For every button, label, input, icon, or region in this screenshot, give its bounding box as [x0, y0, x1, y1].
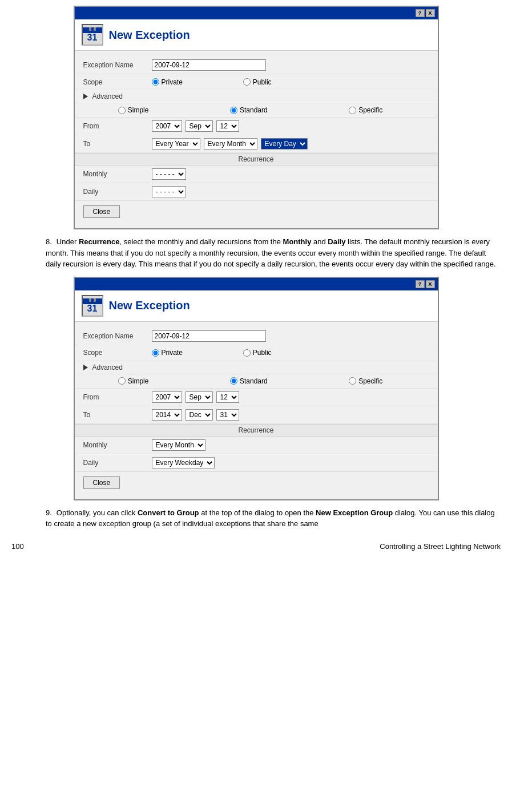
- dialog1-monthly-label: Monthly: [83, 170, 152, 178]
- dialog2-to-year-select[interactable]: 2014: [152, 409, 182, 421]
- dialog1-wrapper: ? X 31 New Exception Exc: [11, 6, 501, 229]
- dialog2-standard-label[interactable]: Standard: [230, 377, 268, 385]
- dialog1-monthly-select[interactable]: - - - - -: [152, 168, 186, 180]
- dialog2-scope-private-radio[interactable]: [152, 349, 159, 357]
- dialog1-advanced-row[interactable]: Advanced: [75, 90, 438, 103]
- dialog1-scope-public-radio[interactable]: [243, 78, 251, 86]
- dialog2-daily-label: Daily: [83, 459, 152, 467]
- dialog2-advanced-label: Advanced: [92, 363, 123, 371]
- instruction8-number: 8.: [46, 237, 52, 246]
- instruction8-recurrence-bold: Recurrence: [79, 237, 120, 246]
- dialog1-from-label: From: [83, 122, 152, 130]
- dialog1-body: Exception Name Scope Private: [75, 51, 438, 228]
- page-number: 100: [11, 542, 24, 551]
- dialog2-footer: Close: [75, 472, 438, 494]
- dialog2-cal-num: 31: [87, 304, 98, 313]
- dialog1-monthly-row: Monthly - - - - -: [75, 165, 438, 183]
- dialog1-scope-public-text: Public: [253, 78, 272, 86]
- dialog2-cal-ring2: [94, 298, 96, 302]
- dialog1-from-day-select[interactable]: 12: [216, 120, 239, 132]
- dialog1-to-day-select[interactable]: Every Day: [261, 138, 308, 150]
- dialog1-scope-private-radio[interactable]: [152, 78, 159, 86]
- dialog1-standard-label[interactable]: Standard: [230, 106, 268, 114]
- dialog2-daily-select[interactable]: Every Weekday: [152, 457, 215, 468]
- dialog1-simple-label[interactable]: Simple: [118, 106, 149, 114]
- dialog2-to-day-select[interactable]: 31: [216, 409, 239, 421]
- dialog1-specific-label[interactable]: Specific: [349, 106, 382, 114]
- dialog2-titlebar-buttons: ? X: [416, 280, 435, 288]
- dialog2-to-label: To: [83, 411, 152, 419]
- dialog1-to-month-select[interactable]: Every Month: [204, 138, 257, 150]
- dialog2-advanced-triangle-icon: [83, 365, 88, 370]
- dialog1-close-btn[interactable]: Close: [83, 205, 120, 218]
- dialog2-standard-radio[interactable]: [230, 377, 237, 385]
- dialog1-specific-radio[interactable]: [349, 107, 356, 114]
- instruction8-daily-bold: Daily: [328, 237, 345, 246]
- dialog1-scope-value: Private Public: [152, 78, 429, 86]
- dialog2-scope-private-label[interactable]: Private: [152, 349, 183, 357]
- dialog1-exception-name-label: Exception Name: [83, 61, 152, 69]
- dialog2-advanced-row[interactable]: Advanced: [75, 361, 438, 374]
- dialog1-scope-label: Scope: [83, 78, 152, 86]
- dialog2-from-day-select[interactable]: 12: [216, 391, 239, 403]
- dialog2-monthly-value: Every Month: [152, 439, 429, 451]
- dialog2-titlebar: ? X: [75, 278, 438, 290]
- dialog2-monthly-label: Monthly: [83, 441, 152, 449]
- dialog2-to-row: To 2014 Dec 31: [75, 406, 438, 424]
- dialog2-from-year-select[interactable]: 2007: [152, 391, 182, 403]
- dialog1-scope-public-label[interactable]: Public: [243, 78, 272, 86]
- dialog2-close-btn[interactable]: Close: [83, 476, 120, 489]
- dialog1-from-year-select[interactable]: 2007: [152, 120, 182, 132]
- dialog2-standard-text: Standard: [240, 377, 268, 385]
- dialog2-header: 31 New Exception: [75, 290, 438, 322]
- dialog2-to-value: 2014 Dec 31: [152, 409, 429, 421]
- dialog1-help-button[interactable]: ?: [416, 9, 425, 17]
- dialog2-exception-name-value: [152, 330, 429, 342]
- instruction9-section: 9.Optionally, you can click Convert to G…: [11, 500, 501, 536]
- dialog2-daily-row: Daily Every Weekday: [75, 454, 438, 472]
- dialog1-cal-num: 31: [87, 33, 98, 42]
- dialog2-specific-radio[interactable]: [349, 377, 356, 385]
- dialog2-exception-name-label: Exception Name: [83, 332, 152, 340]
- dialog2-exception-name-input[interactable]: [152, 330, 266, 342]
- dialog1-scope-row: Scope Private Public: [75, 74, 438, 90]
- dialog1-daily-select[interactable]: - - - - -: [152, 186, 186, 197]
- dialog1-titlebar: ? X: [75, 7, 438, 19]
- dialog2: ? X 31 New Exception Exc: [74, 277, 439, 500]
- dialog2-recurrence-header: Recurrence: [75, 424, 438, 437]
- dialog1-close-button[interactable]: X: [426, 9, 435, 17]
- dialog2-from-label: From: [83, 393, 152, 401]
- dialog2-to-month-select[interactable]: Dec: [186, 409, 213, 421]
- dialog2-simple-radio[interactable]: [118, 377, 126, 385]
- dialog1-simple-text: Simple: [128, 106, 149, 114]
- dialog2-simple-text: Simple: [128, 377, 149, 385]
- dialog1-footer: Close: [75, 201, 438, 223]
- dialog2-simple-label[interactable]: Simple: [118, 377, 149, 385]
- dialog2-close-button[interactable]: X: [426, 280, 435, 288]
- dialog1-cal-ring2: [94, 27, 96, 31]
- dialog2-help-button[interactable]: ?: [416, 280, 425, 288]
- dialog2-body: Exception Name Scope Private: [75, 322, 438, 499]
- dialog1-scope-private-label[interactable]: Private: [152, 78, 183, 86]
- dialog2-specific-label[interactable]: Specific: [349, 377, 382, 385]
- dialog2-wrapper: ? X 31 New Exception Exc: [11, 277, 501, 500]
- dialog2-daily-value: Every Weekday: [152, 457, 429, 468]
- dialog1-to-year-select[interactable]: Every Year: [152, 138, 200, 150]
- dialog2-from-month-select[interactable]: Sep: [186, 391, 213, 403]
- dialog1-from-month-select[interactable]: Sep: [186, 120, 213, 132]
- dialog1-simple-radio[interactable]: [118, 107, 126, 114]
- page-footer-right: Controlling a Street Lighting Network: [380, 542, 501, 551]
- dialog2-cal-top: [83, 298, 102, 304]
- dialog2-scope-public-radio[interactable]: [243, 349, 251, 357]
- dialog1-standard-radio[interactable]: [230, 107, 237, 114]
- dialog1-exception-name-input[interactable]: [152, 59, 266, 71]
- dialog1-daily-label: Daily: [83, 188, 152, 196]
- dialog2-scope-public-label[interactable]: Public: [243, 349, 272, 357]
- dialog2-monthly-select[interactable]: Every Month: [152, 439, 205, 451]
- dialog2-scope-public-text: Public: [253, 349, 272, 357]
- dialog1-advanced-label: Advanced: [92, 92, 123, 100]
- dialog2-specific-text: Specific: [358, 377, 382, 385]
- dialog1-standard-text: Standard: [240, 106, 268, 114]
- page-container: ? X 31 New Exception Exc: [11, 6, 501, 554]
- dialog1-recurrence-header: Recurrence: [75, 153, 438, 165]
